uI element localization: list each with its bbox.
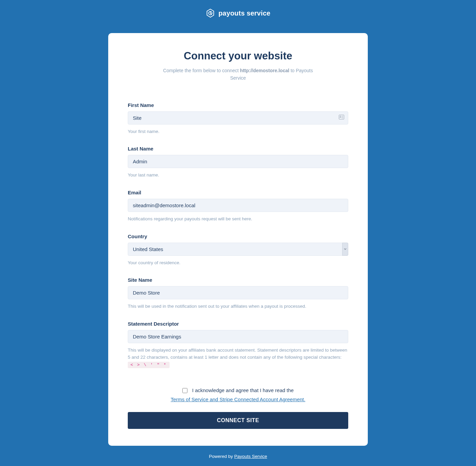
country-group: Country United States Your country of re… [128, 234, 348, 267]
page-title: Connect your website [128, 50, 348, 62]
first-name-group: First Name Your first name. [128, 102, 348, 135]
consent-block: I acknowledge and agree that I have read… [128, 386, 348, 404]
last-name-group: Last Name Your last name. [128, 146, 348, 179]
country-label: Country [128, 234, 348, 239]
last-name-field[interactable] [128, 155, 348, 168]
consent-text: I acknowledge and agree that I have read… [192, 387, 294, 393]
footer-link[interactable]: Payouts Service [234, 454, 267, 459]
first-name-label: First Name [128, 102, 348, 108]
site-name-field[interactable] [128, 286, 348, 299]
first-name-hint: Your first name. [128, 128, 348, 135]
brand-header: payouts service [7, 8, 469, 18]
last-name-hint: Your last name. [128, 171, 348, 179]
statement-descriptor-label: Statement Descriptor [128, 321, 348, 327]
connect-card: Connect your website Complete the form b… [108, 33, 368, 446]
site-name-group: Site Name This will be used in the notif… [128, 277, 348, 310]
footer: Powered by Payouts Service [7, 454, 469, 459]
brand-logo-icon [206, 8, 215, 18]
consent-checkbox[interactable] [182, 388, 187, 393]
last-name-label: Last Name [128, 146, 348, 152]
country-select[interactable]: United States [128, 243, 348, 256]
email-group: Email Notifications regarding your payou… [128, 190, 348, 223]
brand-name: payouts service [218, 9, 270, 17]
first-name-field[interactable] [128, 111, 348, 125]
site-name-hint: This will be used in the notification se… [128, 303, 348, 310]
terms-link[interactable]: Terms of Service and Stripe Connected Ac… [171, 396, 305, 402]
connect-site-button[interactable]: CONNECT SITE [128, 412, 348, 429]
email-label: Email [128, 190, 348, 195]
email-field[interactable] [128, 199, 348, 212]
statement-descriptor-hint: This will be displayed on your affiliate… [128, 347, 348, 369]
forbidden-chars-code: < > \ ' " * [128, 362, 170, 368]
site-name-label: Site Name [128, 277, 348, 283]
email-hint: Notifications regarding your payouts req… [128, 215, 348, 223]
country-hint: Your country of residence. [128, 259, 348, 267]
statement-descriptor-field[interactable] [128, 330, 348, 343]
page-subtitle: Complete the form below to connect http:… [157, 67, 319, 82]
statement-descriptor-group: Statement Descriptor This will be displa… [128, 321, 348, 369]
